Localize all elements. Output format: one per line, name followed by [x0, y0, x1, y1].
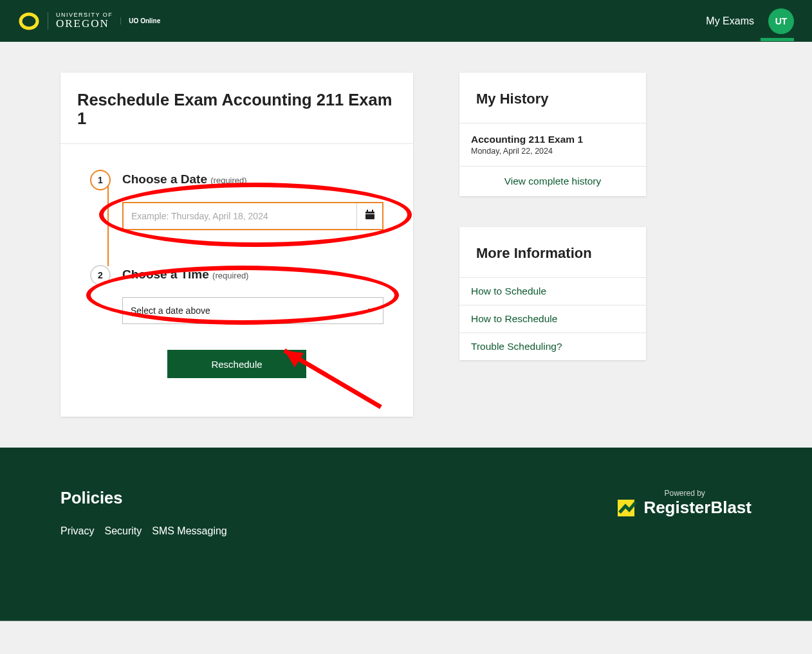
svg-rect-1 [365, 212, 374, 219]
footer-link-sms[interactable]: SMS Messaging [152, 525, 227, 537]
right-column: My History Accounting 211 Exam 1 Monday,… [459, 73, 646, 360]
info-link-how-to-reschedule[interactable]: How to Reschedule [459, 305, 646, 332]
footer-left: Policies Privacy Security SMS Messaging [60, 489, 227, 537]
header-left: UNIVERSITY OF OREGON UO Online [18, 12, 160, 30]
step-2-required: (required) [212, 271, 248, 280]
history-item-date: Monday, April 22, 2024 [471, 147, 634, 156]
history-card: My History Accounting 211 Exam 1 Monday,… [459, 73, 646, 196]
more-info-links: How to Schedule How to Reschedule Troubl… [459, 278, 646, 360]
logo-oregon-line: OREGON [56, 18, 113, 30]
history-card-header: My History [459, 73, 646, 123]
svg-rect-3 [372, 210, 373, 212]
registerblast-block: Powered by RegisterBlast [618, 489, 752, 518]
active-tab-underline [761, 38, 794, 41]
history-title: My History [476, 91, 629, 107]
footer-policies-title: Policies [60, 489, 227, 507]
date-input-group [122, 202, 383, 230]
footer-link-privacy[interactable]: Privacy [60, 525, 94, 537]
reschedule-button[interactable]: Reschedule [167, 350, 306, 378]
main-container: Reschedule Exam Accounting 211 Exam 1 1 … [0, 42, 812, 448]
calendar-button[interactable] [356, 203, 382, 229]
step-1-required: (required) [210, 176, 246, 185]
reschedule-card-header: Reschedule Exam Accounting 211 Exam 1 [60, 73, 413, 144]
registerblast-brand: RegisterBlast [618, 498, 752, 518]
time-select-placeholder: Select a date above [131, 305, 210, 316]
footer-link-security[interactable]: Security [104, 525, 142, 537]
history-item: Accounting 211 Exam 1 Monday, April 22, … [459, 123, 646, 166]
time-select[interactable]: Select a date above [122, 297, 383, 324]
more-info-card-header: More Information [459, 227, 646, 278]
powered-by-label: Powered by [618, 489, 752, 498]
step-1-label: Choose a Date (required) [122, 172, 247, 186]
registerblast-name: RegisterBlast [643, 498, 752, 518]
reschedule-form: 1 Choose a Date (required) [60, 144, 413, 378]
header-bar: UNIVERSITY OF OREGON UO Online My Exams … [0, 0, 812, 42]
step-1-title: Choose a Date [122, 172, 207, 186]
footer-links: Privacy Security SMS Messaging [60, 525, 227, 537]
header-right: My Exams UT [706, 8, 794, 34]
step-number-2: 2 [90, 265, 111, 286]
svg-rect-4 [365, 213, 374, 214]
reschedule-card: Reschedule Exam Accounting 211 Exam 1 1 … [60, 73, 413, 417]
step-2-label: Choose a Time (required) [122, 268, 248, 282]
chevron-down-icon [367, 305, 375, 316]
more-info-title: More Information [476, 245, 629, 262]
step-2-row: 2 Choose a Time (required) [90, 265, 383, 286]
svg-rect-2 [367, 210, 368, 212]
my-exams-link[interactable]: My Exams [706, 15, 754, 27]
date-field-wrap [122, 202, 383, 230]
user-avatar[interactable]: UT [768, 8, 794, 34]
oregon-o-logo-icon [18, 12, 40, 30]
step-connector-line [107, 185, 109, 266]
uo-online-label: UO Online [120, 17, 160, 24]
step-1-row: 1 Choose a Date (required) [90, 170, 383, 190]
svg-point-0 [21, 14, 37, 28]
calendar-icon [365, 210, 375, 223]
registerblast-logo-icon [618, 498, 637, 518]
info-link-trouble-scheduling[interactable]: Trouble Scheduling? [459, 332, 646, 360]
date-input[interactable] [124, 203, 356, 229]
footer: Policies Privacy Security SMS Messaging … [0, 448, 812, 621]
time-field-wrap: Select a date above [122, 297, 383, 324]
page-title: Reschedule Exam Accounting 211 Exam 1 [77, 91, 396, 128]
info-link-how-to-schedule[interactable]: How to Schedule [459, 278, 646, 305]
university-of-oregon-wordmark: UNIVERSITY OF OREGON [48, 12, 113, 30]
step-2-title: Choose a Time [122, 268, 209, 281]
history-item-title: Accounting 211 Exam 1 [471, 134, 634, 145]
more-info-card: More Information How to Schedule How to … [459, 227, 646, 360]
view-complete-history-link[interactable]: View complete history [459, 166, 646, 196]
